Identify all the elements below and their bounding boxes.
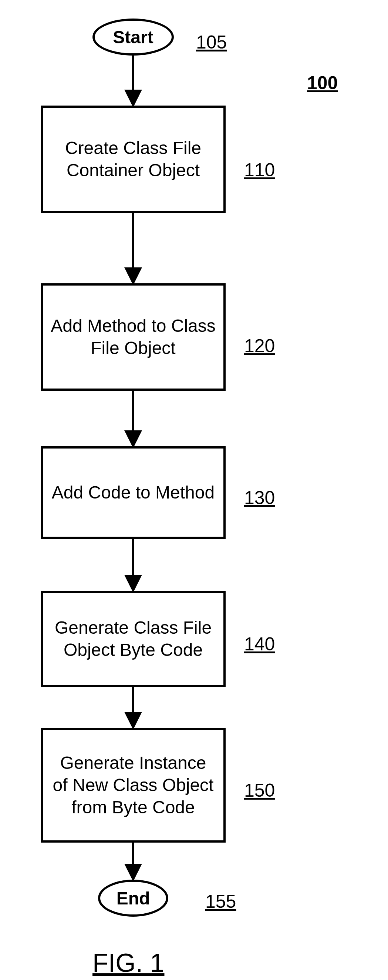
flowchart-canvas: 100 Start 105 Create Class File Containe…	[0, 0, 388, 980]
flow-arrows	[0, 0, 388, 980]
